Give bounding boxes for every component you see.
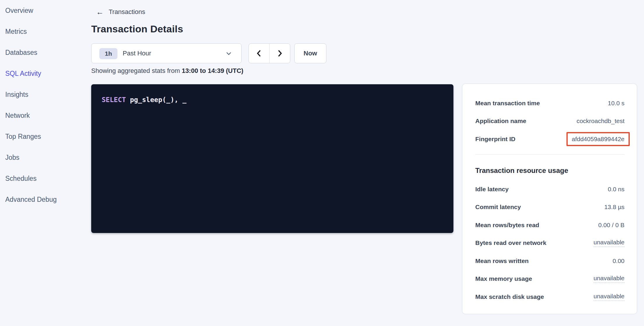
- stat-row-bytes-read-over-network: Bytes read over network unavailable: [475, 236, 624, 250]
- sidebar-item-insights[interactable]: Insights: [0, 84, 87, 105]
- stat-row-idle-latency: Idle latency 0.0 ns: [475, 182, 624, 196]
- sql-body: pg_sleep(_), _: [130, 96, 186, 104]
- time-range-dropdown[interactable]: 1h Past Hour: [91, 43, 242, 63]
- sidebar-item-advanced-debug[interactable]: Advanced Debug: [0, 189, 87, 210]
- next-interval-button[interactable]: [269, 44, 290, 63]
- stat-row-mean-rows-written: Mean rows written 0.00: [475, 254, 624, 268]
- previous-interval-button[interactable]: [249, 44, 269, 63]
- stat-label: Mean rows written: [475, 257, 529, 264]
- chevron-down-icon: [226, 52, 231, 55]
- stat-row-commit-latency: Commit latency 13.8 µs: [475, 200, 624, 214]
- stats-caption-prefix: Showing aggregated stats from: [91, 67, 180, 74]
- sidebar-item-schedules[interactable]: Schedules: [0, 168, 87, 189]
- aggregated-stats-caption: Showing aggregated stats from 13:00 to 1…: [91, 67, 243, 75]
- stat-value: 13.8 µs: [604, 204, 624, 211]
- sidebar-item-sql-activity[interactable]: SQL Activity: [0, 63, 87, 84]
- stat-label: Application name: [475, 118, 526, 125]
- breadcrumb-label[interactable]: Transactions: [109, 8, 145, 16]
- stats-caption-range: 13:00 to 14:39 (UTC): [182, 67, 244, 74]
- stat-label: Max memory usage: [475, 275, 532, 282]
- stat-value: 0.00: [613, 257, 624, 264]
- stat-row-max-scratch-disk-usage: Max scratch disk usage unavailable: [475, 290, 624, 304]
- stat-label: Fingerprint ID: [475, 136, 515, 143]
- stat-value-unavailable[interactable]: unavailable: [594, 293, 624, 301]
- sidebar-item-network[interactable]: Network: [0, 105, 87, 126]
- stat-value-unavailable[interactable]: unavailable: [594, 239, 624, 247]
- stat-label: Max scratch disk usage: [475, 293, 544, 300]
- time-range-badge: 1h: [99, 48, 117, 59]
- sql-keyword: SELECT: [102, 96, 126, 104]
- chevron-right-icon: [277, 49, 283, 58]
- resource-usage-section-title: Transaction resource usage: [475, 166, 568, 175]
- breadcrumb[interactable]: ← Transactions: [96, 7, 145, 17]
- chevron-left-icon: [256, 49, 262, 58]
- stat-row-mean-rows-bytes-read: Mean rows/bytes read 0.00 / 0 B: [475, 218, 624, 232]
- now-button[interactable]: Now: [294, 43, 326, 63]
- time-range-selected-value: Past Hour: [123, 44, 151, 63]
- stat-row-application-name: Application name cockroachdb_test: [475, 114, 624, 128]
- time-range-step-buttons: [249, 43, 290, 63]
- stat-value: 10.0 s: [608, 100, 624, 107]
- stat-label: Bytes read over network: [475, 239, 546, 246]
- stat-label: Commit latency: [475, 204, 521, 211]
- sidebar-item-top-ranges[interactable]: Top Ranges: [0, 126, 87, 147]
- card-divider: [475, 154, 624, 155]
- sidebar-nav-list: Overview Metrics Databases SQL Activity …: [0, 0, 87, 210]
- stat-value: 0.00 / 0 B: [598, 222, 624, 229]
- sidebar-item-databases[interactable]: Databases: [0, 42, 87, 63]
- fingerprint-id-value-highlighted: afdd4059a899442e: [566, 132, 630, 146]
- stat-label: Mean rows/bytes read: [475, 222, 539, 229]
- stat-label: Mean transaction time: [475, 100, 540, 107]
- stat-label: Idle latency: [475, 186, 508, 193]
- transaction-details-card: Mean transaction time 10.0 s Application…: [462, 84, 637, 314]
- sidebar-item-overview[interactable]: Overview: [0, 0, 87, 21]
- sidebar-item-jobs[interactable]: Jobs: [0, 147, 87, 168]
- sidebar-item-metrics[interactable]: Metrics: [0, 21, 87, 42]
- back-arrow-icon[interactable]: ←: [96, 8, 104, 16]
- page-title: Transaction Details: [91, 23, 183, 35]
- sql-statement-box: SELECT pg_sleep(_), _: [91, 84, 453, 233]
- sidebar: Overview Metrics Databases SQL Activity …: [0, 0, 87, 210]
- stat-value-unavailable[interactable]: unavailable: [594, 275, 624, 283]
- stat-row-max-memory-usage: Max memory usage unavailable: [475, 272, 624, 286]
- stat-value: 0.0 ns: [608, 186, 624, 193]
- stat-row-fingerprint-id: Fingerprint ID afdd4059a899442e: [475, 132, 624, 146]
- sql-statement-text: SELECT pg_sleep(_), _: [102, 96, 186, 104]
- stat-value: cockroachdb_test: [576, 118, 624, 125]
- stat-row-mean-transaction-time: Mean transaction time 10.0 s: [475, 96, 624, 110]
